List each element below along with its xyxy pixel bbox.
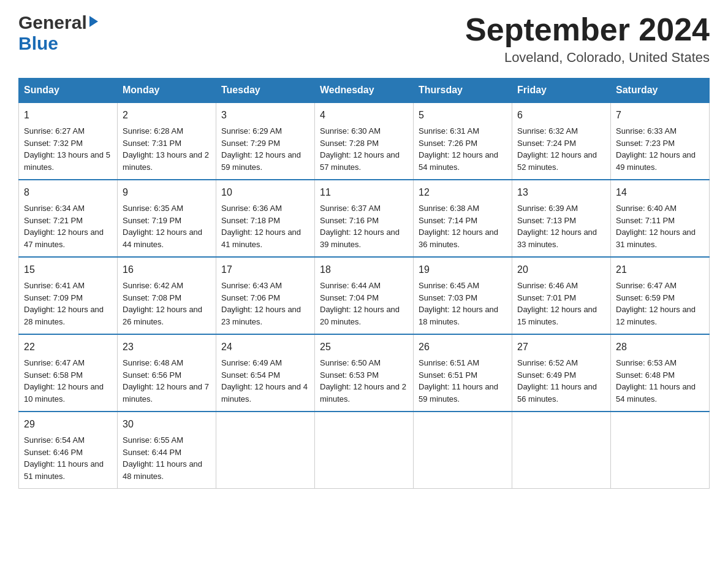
sunset-text: Sunset: 7:18 PM bbox=[221, 216, 280, 225]
calendar-cell: 11Sunrise: 6:37 AMSunset: 7:16 PMDayligh… bbox=[315, 180, 414, 257]
day-number: 16 bbox=[123, 262, 211, 277]
sunset-text: Sunset: 6:51 PM bbox=[419, 370, 477, 380]
day-number: 7 bbox=[616, 108, 704, 123]
calendar-cell: 2Sunrise: 6:28 AMSunset: 7:31 PMDaylight… bbox=[118, 102, 216, 180]
daylight-text: Daylight: 12 hours and 59 minutes. bbox=[221, 150, 301, 172]
daylight-text: Daylight: 12 hours and 54 minutes. bbox=[419, 150, 498, 172]
daylight-text: Daylight: 13 hours and 5 minutes. bbox=[24, 150, 110, 172]
daylight-text: Daylight: 12 hours and 4 minutes. bbox=[221, 382, 308, 404]
calendar-cell: 6Sunrise: 6:32 AMSunset: 7:24 PMDaylight… bbox=[512, 102, 611, 180]
day-number: 8 bbox=[24, 185, 112, 200]
sunset-text: Sunset: 7:08 PM bbox=[123, 293, 181, 302]
sunset-text: Sunset: 7:03 PM bbox=[419, 293, 477, 302]
day-number: 15 bbox=[24, 262, 112, 277]
calendar-cell: 13Sunrise: 6:39 AMSunset: 7:13 PMDayligh… bbox=[512, 180, 611, 257]
sunset-text: Sunset: 7:13 PM bbox=[517, 216, 576, 225]
calendar-cell: 1Sunrise: 6:27 AMSunset: 7:32 PMDaylight… bbox=[19, 102, 118, 180]
daylight-text: Daylight: 12 hours and 41 minutes. bbox=[221, 228, 301, 249]
day-number: 25 bbox=[320, 340, 408, 354]
calendar-cell: 5Sunrise: 6:31 AMSunset: 7:26 PMDaylight… bbox=[414, 102, 512, 180]
daylight-text: Daylight: 12 hours and 18 minutes. bbox=[419, 305, 498, 326]
daylight-text: Daylight: 12 hours and 49 minutes. bbox=[616, 150, 696, 172]
calendar-header-row: Sunday Monday Tuesday Wednesday Thursday… bbox=[19, 79, 710, 103]
sunset-text: Sunset: 7:21 PM bbox=[24, 216, 83, 225]
title-area: September 2024 Loveland, Colorado, Unite… bbox=[465, 12, 710, 66]
day-number: 4 bbox=[320, 108, 408, 123]
daylight-text: Daylight: 11 hours and 48 minutes. bbox=[123, 459, 202, 481]
calendar-week-row: 22Sunrise: 6:47 AMSunset: 6:58 PMDayligh… bbox=[19, 334, 710, 412]
sunset-text: Sunset: 7:16 PM bbox=[320, 216, 379, 225]
sunrise-text: Sunrise: 6:31 AM bbox=[419, 126, 479, 136]
sunrise-text: Sunrise: 6:49 AM bbox=[221, 358, 282, 367]
day-number: 2 bbox=[123, 108, 211, 123]
calendar-cell: 26Sunrise: 6:51 AMSunset: 6:51 PMDayligh… bbox=[414, 334, 512, 412]
sunrise-text: Sunrise: 6:47 AM bbox=[616, 281, 677, 290]
day-number: 27 bbox=[517, 340, 605, 354]
sunset-text: Sunset: 6:44 PM bbox=[123, 448, 181, 457]
sunrise-text: Sunrise: 6:51 AM bbox=[419, 358, 479, 367]
sunset-text: Sunset: 6:59 PM bbox=[616, 293, 675, 302]
col-sunday: Sunday bbox=[19, 79, 118, 103]
daylight-text: Daylight: 12 hours and 20 minutes. bbox=[320, 305, 400, 326]
day-number: 13 bbox=[517, 185, 605, 200]
daylight-text: Daylight: 13 hours and 2 minutes. bbox=[123, 150, 209, 172]
sunrise-text: Sunrise: 6:48 AM bbox=[123, 358, 183, 367]
sunset-text: Sunset: 7:31 PM bbox=[123, 139, 181, 148]
calendar-cell bbox=[414, 412, 512, 489]
day-number: 30 bbox=[123, 417, 211, 432]
day-number: 10 bbox=[221, 185, 309, 200]
daylight-text: Daylight: 12 hours and 47 minutes. bbox=[24, 228, 104, 249]
sunrise-text: Sunrise: 6:38 AM bbox=[419, 204, 479, 213]
daylight-text: Daylight: 11 hours and 56 minutes. bbox=[517, 382, 597, 404]
calendar-cell bbox=[611, 412, 710, 489]
daylight-text: Daylight: 12 hours and 36 minutes. bbox=[419, 228, 498, 249]
day-number: 29 bbox=[24, 417, 112, 432]
sunrise-text: Sunrise: 6:42 AM bbox=[123, 281, 183, 290]
day-number: 9 bbox=[123, 185, 211, 200]
day-number: 17 bbox=[221, 262, 309, 277]
calendar-cell: 23Sunrise: 6:48 AMSunset: 6:56 PMDayligh… bbox=[118, 334, 216, 412]
calendar-cell: 9Sunrise: 6:35 AMSunset: 7:19 PMDaylight… bbox=[118, 180, 216, 257]
day-number: 12 bbox=[419, 185, 507, 200]
sunset-text: Sunset: 7:06 PM bbox=[221, 293, 280, 302]
calendar-cell: 3Sunrise: 6:29 AMSunset: 7:29 PMDaylight… bbox=[216, 102, 315, 180]
sunrise-text: Sunrise: 6:41 AM bbox=[24, 281, 85, 290]
sunset-text: Sunset: 6:48 PM bbox=[616, 370, 675, 380]
sunset-text: Sunset: 7:23 PM bbox=[616, 139, 675, 148]
calendar-cell bbox=[315, 412, 414, 489]
calendar-table: Sunday Monday Tuesday Wednesday Thursday… bbox=[18, 78, 710, 489]
day-number: 6 bbox=[517, 108, 605, 123]
day-number: 22 bbox=[24, 340, 112, 354]
sunrise-text: Sunrise: 6:39 AM bbox=[517, 204, 578, 213]
daylight-text: Daylight: 12 hours and 31 minutes. bbox=[616, 228, 696, 249]
sunset-text: Sunset: 7:14 PM bbox=[419, 216, 477, 225]
calendar-week-row: 1Sunrise: 6:27 AMSunset: 7:32 PMDaylight… bbox=[19, 102, 710, 180]
sunset-text: Sunset: 7:32 PM bbox=[24, 139, 83, 148]
sunset-text: Sunset: 7:09 PM bbox=[24, 293, 83, 302]
day-number: 14 bbox=[616, 185, 704, 200]
month-year-title: September 2024 bbox=[465, 12, 710, 47]
sunset-text: Sunset: 7:19 PM bbox=[123, 216, 181, 225]
sunrise-text: Sunrise: 6:47 AM bbox=[24, 358, 85, 367]
header: General Blue September 2024 Loveland, Co… bbox=[18, 12, 710, 66]
day-number: 26 bbox=[419, 340, 507, 354]
daylight-text: Daylight: 12 hours and 15 minutes. bbox=[517, 305, 597, 326]
daylight-text: Daylight: 12 hours and 2 minutes. bbox=[320, 382, 406, 404]
calendar-week-row: 8Sunrise: 6:34 AMSunset: 7:21 PMDaylight… bbox=[19, 180, 710, 257]
daylight-text: Daylight: 12 hours and 33 minutes. bbox=[517, 228, 597, 249]
daylight-text: Daylight: 11 hours and 51 minutes. bbox=[24, 459, 104, 481]
sunrise-text: Sunrise: 6:33 AM bbox=[616, 126, 677, 136]
daylight-text: Daylight: 12 hours and 12 minutes. bbox=[616, 305, 696, 326]
sunrise-text: Sunrise: 6:34 AM bbox=[24, 204, 85, 213]
sunset-text: Sunset: 7:28 PM bbox=[320, 139, 379, 148]
sunrise-text: Sunrise: 6:36 AM bbox=[221, 204, 282, 213]
day-number: 28 bbox=[616, 340, 704, 354]
calendar-cell: 18Sunrise: 6:44 AMSunset: 7:04 PMDayligh… bbox=[315, 257, 414, 334]
calendar-cell: 16Sunrise: 6:42 AMSunset: 7:08 PMDayligh… bbox=[118, 257, 216, 334]
sunrise-text: Sunrise: 6:30 AM bbox=[320, 126, 381, 136]
daylight-text: Daylight: 11 hours and 59 minutes. bbox=[419, 382, 498, 404]
calendar-cell: 22Sunrise: 6:47 AMSunset: 6:58 PMDayligh… bbox=[19, 334, 118, 412]
daylight-text: Daylight: 12 hours and 26 minutes. bbox=[123, 305, 202, 326]
sunrise-text: Sunrise: 6:28 AM bbox=[123, 126, 183, 136]
day-number: 3 bbox=[221, 108, 309, 123]
